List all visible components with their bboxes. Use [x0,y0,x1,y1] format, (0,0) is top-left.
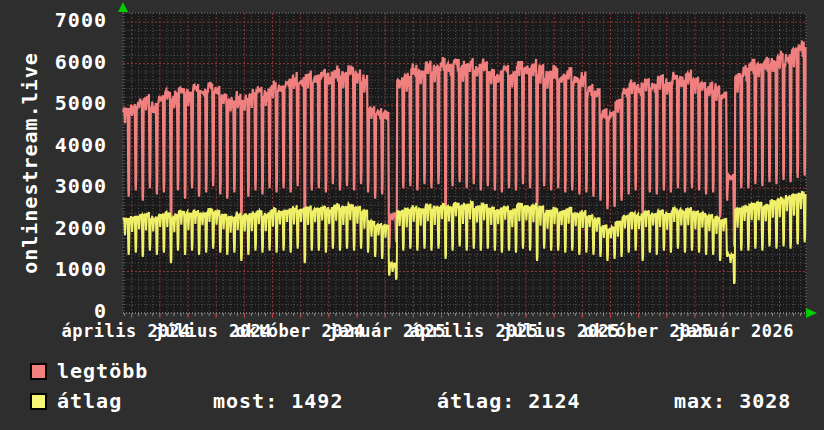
y-tick-label: 0 [0,301,107,321]
legend-label-atlag: átlag [57,390,122,412]
y-tick-label: 7000 [0,10,107,30]
y-tick-label: 2000 [0,218,107,238]
legend-swatch-legtobb [30,363,47,380]
y-tick-label: 4000 [0,135,107,155]
stat-most: most: 1492 [213,390,343,412]
y-axis-title: onlinestream.live [18,52,42,274]
y-tick-label: 5000 [0,93,107,113]
y-tick-label: 6000 [0,52,107,72]
stat-most-value: 1492 [291,389,343,413]
stat-most-label: most: [213,389,278,413]
stat-atlag-value: 2124 [528,389,580,413]
stat-max-value: 3028 [739,389,791,413]
legend-swatch-atlag [30,393,47,410]
stat-max: max: 3028 [674,390,791,412]
stat-max-label: max: [674,389,726,413]
stat-atlag: átlag: 2124 [437,390,580,412]
y-axis-arrow-icon [118,2,128,12]
x-tick-label: január 2026 [676,321,794,341]
rrd-graph: onlinestream.live 0100020003000400050006… [0,0,824,430]
y-tick-label: 3000 [0,176,107,196]
stat-atlag-label: átlag: [437,389,515,413]
legend-label-legtobb: legtöbb [57,360,148,382]
x-axis-arrow-icon [806,308,817,318]
y-tick-label: 1000 [0,259,107,279]
